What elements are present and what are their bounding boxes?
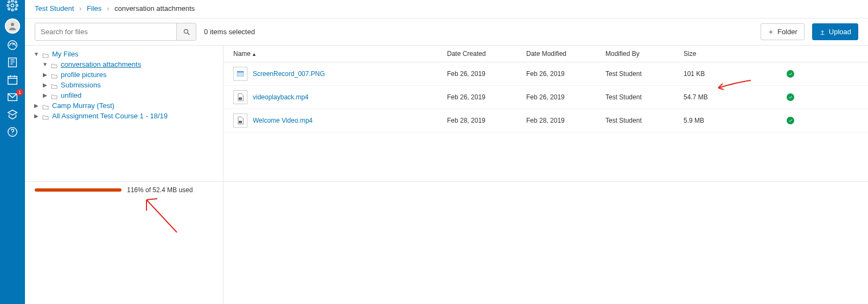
file-by: Test Student [605,117,684,124]
file-created: Feb 26, 2019 [447,70,526,78]
tree-label: Camp Murray (Test) [52,102,114,110]
courses-icon[interactable] [4,56,21,68]
file-size: 54.7 MB [684,93,787,101]
col-name[interactable]: Name▲ [233,50,447,58]
quota-text: 116% of 52.4 MB used [127,186,193,194]
breadcrumb-files[interactable]: Files [87,4,101,12]
caret-right-icon: ▶ [42,92,48,98]
caret-right-icon: ▶ [42,82,48,88]
svg-point-4 [16,4,18,7]
svg-point-3 [7,4,9,7]
svg-rect-31 [237,71,244,72]
breadcrumb-root[interactable]: Test Student [35,4,74,12]
file-modified: Feb 26, 2019 [526,70,605,78]
upload-icon [819,29,826,35]
folder-icon [51,62,58,67]
search-button[interactable] [176,23,196,40]
svg-point-5 [8,1,10,3]
col-by[interactable]: Modified By [605,50,684,58]
svg-point-6 [15,1,17,3]
inbox-badge: 1 [16,89,23,96]
search-icon [183,28,190,36]
plus-icon [768,29,774,35]
folder-icon [42,103,49,109]
tree-label: profile pictures [61,71,107,79]
breadcrumb: Test Student › Files › conversation atta… [25,0,868,18]
file-created: Feb 28, 2019 [447,117,526,124]
toolbar: 0 items selected Folder Upload [25,18,868,45]
file-size: 5.9 MB [684,117,787,124]
svg-point-2 [11,9,14,11]
caret-right-icon: ▶ [34,113,39,119]
published-icon[interactable] [787,70,794,78]
file-name[interactable]: videoplayback.mp4 [253,93,309,101]
svg-point-24 [12,134,12,135]
published-icon[interactable] [787,117,794,124]
tree-item-unfiled[interactable]: ▶ unfiled [28,90,218,100]
tree-label: conversation attachments [61,60,141,68]
new-folder-button[interactable]: Folder [761,23,805,40]
col-size[interactable]: Size [684,50,787,58]
search-input[interactable] [35,23,176,40]
file-created: Feb 26, 2019 [447,93,526,101]
file-modified: Feb 26, 2019 [526,93,605,101]
file-name[interactable]: Welcome Video.mp4 [253,117,312,124]
global-nav: 1 [0,0,25,304]
tree-label: All Assignment Test Course 1 - 18/19 [52,112,168,120]
breadcrumb-current: conversation attachments [114,4,195,12]
file-by: Test Student [605,70,684,78]
app-logo[interactable] [5,1,20,10]
caret-down-icon: ▼ [34,51,39,57]
file-modified: Feb 28, 2019 [526,117,605,124]
commons-icon[interactable] [4,109,21,121]
caret-down-icon: ▼ [42,61,48,67]
tree-label: Submissions [61,81,101,89]
chevron-right-icon: › [107,4,109,12]
file-row[interactable]: Welcome Video.mp4 Feb 28, 2019 Feb 28, 2… [224,109,868,132]
tree-item-camp-murray[interactable]: ▶ Camp Murray (Test) [28,100,218,111]
image-file-icon [233,67,247,81]
upload-label: Upload [829,28,851,36]
help-icon[interactable] [4,126,21,138]
dashboard-icon[interactable] [4,39,21,51]
tree-item-conversation-attachments[interactable]: ▼ conversation attachments [28,59,218,69]
chevron-right-icon: › [79,4,81,12]
inbox-icon[interactable]: 1 [4,91,21,103]
calendar-icon[interactable] [4,74,21,86]
svg-point-7 [8,8,10,10]
folder-icon [51,93,58,98]
svg-point-1 [11,0,14,2]
caret-right-icon: ▶ [34,103,39,109]
file-size: 101 KB [684,70,787,78]
svg-line-26 [187,33,189,35]
selection-count: 0 items selected [204,28,255,36]
tree-item-all-assignment[interactable]: ▶ All Assignment Test Course 1 - 18/19 [28,111,218,121]
quota-bar [35,188,122,192]
file-name[interactable]: ScreenRecord_007.PNG [253,70,325,78]
col-created[interactable]: Date Created [447,50,526,58]
avatar[interactable] [5,18,20,34]
search-group [35,23,196,41]
file-row[interactable]: ScreenRecord_007.PNG Feb 26, 2019 Feb 26… [224,62,868,86]
caret-right-icon: ▶ [42,72,48,78]
storage-quota: 116% of 52.4 MB used [25,181,868,198]
svg-point-0 [11,4,14,7]
svg-point-9 [11,23,14,26]
svg-point-8 [15,8,17,10]
published-icon[interactable] [787,93,794,101]
svg-rect-11 [9,58,17,67]
upload-button[interactable]: Upload [812,23,858,40]
tree-item-submissions[interactable]: ▶ Submissions [28,80,218,90]
files-pane: Name▲ Date Created Date Modified Modifie… [224,46,868,304]
tree-item-profile-pictures[interactable]: ▶ profile pictures [28,69,218,80]
svg-point-25 [184,29,188,33]
files-header: Name▲ Date Created Date Modified Modifie… [224,46,868,62]
col-modified[interactable]: Date Modified [526,50,605,58]
tree-item-my-files[interactable]: ▼ My Files [28,49,218,59]
file-row[interactable]: videoplayback.mp4 Feb 26, 2019 Feb 26, 2… [224,86,868,109]
new-folder-label: Folder [777,28,797,36]
folder-tree-pane: ▼ My Files ▼ conversation attachments ▶ … [25,46,224,304]
tree-label: My Files [52,50,78,58]
folder-icon [42,113,49,119]
sort-asc-icon: ▲ [252,52,257,57]
